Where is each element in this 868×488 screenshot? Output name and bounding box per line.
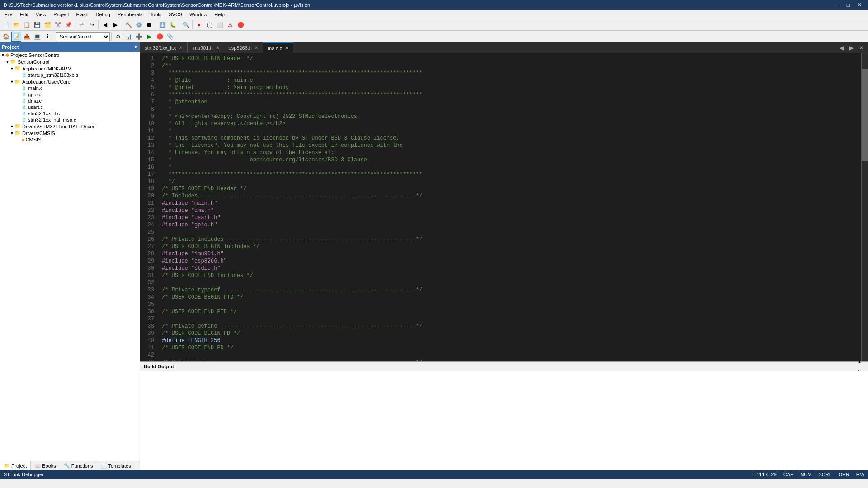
toolbar-separator-4 xyxy=(156,20,156,29)
new-file-button[interactable]: 📄 xyxy=(1,20,11,30)
menu-tools[interactable]: Tools xyxy=(146,11,165,18)
project-icon: ◆ xyxy=(5,52,9,58)
tab-scroll-left[interactable]: ◀ xyxy=(836,43,846,53)
start-debug-button[interactable]: 🐛 xyxy=(168,20,178,30)
tree-item-mdk-arm[interactable]: ▼ 📁 Application/MDK-ARM xyxy=(0,65,140,72)
folder-icon: 📁 xyxy=(14,79,21,84)
tab-scroll-right[interactable]: ▶ xyxy=(846,43,856,53)
run-button[interactable]: ● xyxy=(194,20,204,30)
tab-close-imu901[interactable]: ✕ xyxy=(216,45,219,50)
tree-item-gpio-c[interactable]: 🗎 gpio.c xyxy=(0,91,140,98)
menu-svcs[interactable]: SVCS xyxy=(165,11,186,18)
project-tree[interactable]: ▼ ◆ Project: SensorControl ▼ 📁 SensorCon… xyxy=(0,52,140,461)
editor-scrollbar[interactable] xyxy=(861,53,868,361)
tree-item-hal-driver[interactable]: ▼ 📁 Drivers/STM32F1xx_HAL_Driver xyxy=(0,123,140,130)
open-button[interactable]: 📂 xyxy=(11,20,21,30)
tree-item-stm32-msp[interactable]: 🗎 stm32f1xx_hal_msp.c xyxy=(0,117,140,123)
menu-flash[interactable]: Flash xyxy=(73,11,92,18)
add-button[interactable]: ➕ xyxy=(134,32,144,42)
tab-close-all[interactable]: ✕ xyxy=(856,43,866,53)
tab-stm32-it[interactable]: stm32f1xx_it.c ✕ xyxy=(140,42,188,53)
target-dropdown[interactable]: SensorControl xyxy=(56,32,110,41)
file-c-icon: 🗎 xyxy=(22,92,27,97)
close-button[interactable]: ✕ xyxy=(854,2,864,8)
save-all-button[interactable]: 🗂️ xyxy=(42,20,52,30)
tab-close-esp8266[interactable]: ✕ xyxy=(255,45,258,50)
undo-button[interactable]: ↩ xyxy=(76,20,86,30)
stop2-button[interactable]: 🔴 xyxy=(155,32,165,42)
code-content[interactable]: /* USER CODE BEGIN Header */ /** *******… xyxy=(158,53,861,361)
tree-label: stm32f1xx_hal_msp.c xyxy=(28,117,76,122)
download-button[interactable]: ⬇️ xyxy=(157,20,167,30)
output-button[interactable]: 📤 xyxy=(22,32,32,42)
tab-functions[interactable]: 🔧 Functions xyxy=(60,461,97,470)
reset-button[interactable]: ⚠ xyxy=(225,20,235,30)
tab-imu901[interactable]: imu901.h ✕ xyxy=(188,42,224,53)
line-numbers: 12345 678910 1112131415 1617181920 21222… xyxy=(140,53,158,361)
stop-button[interactable]: ⏹ xyxy=(144,20,154,30)
tree-item-sensorcontrol[interactable]: ▼ 📁 SensorControl xyxy=(0,58,140,65)
info-button[interactable]: ℹ xyxy=(42,32,52,42)
tree-item-main-c[interactable]: 🗎 main.c xyxy=(0,85,140,91)
project-panel-header: Project ✕ xyxy=(0,42,140,52)
project-win-button[interactable]: 🏠 xyxy=(1,32,11,42)
tab-close-stm32-it[interactable]: ✕ xyxy=(179,45,183,50)
file-c-icon: 🗎 xyxy=(22,85,27,91)
menu-view[interactable]: View xyxy=(32,11,50,18)
menu-bar: File Edit View Project Flash Debug Perip… xyxy=(0,10,868,19)
minimize-button[interactable]: – xyxy=(834,2,842,8)
pause-button[interactable]: ◯ xyxy=(204,20,214,30)
cut-button[interactable]: ✂️ xyxy=(53,20,63,30)
tab-project[interactable]: 📁 Project xyxy=(0,461,31,470)
menu-debug[interactable]: Debug xyxy=(92,11,114,18)
tree-item-user-core[interactable]: ▼ 📁 Application/User/Core xyxy=(0,78,140,85)
project-header-close[interactable]: ✕ xyxy=(134,44,138,50)
step-over-button[interactable]: ⬜ xyxy=(215,20,225,30)
functions-tab-label: Functions xyxy=(71,463,93,469)
tab-templates[interactable]: 📄 Templates xyxy=(97,461,135,470)
menu-help[interactable]: Help xyxy=(211,11,228,18)
main-area: Project ✕ ▼ ◆ Project: SensorControl ▼ 📁… xyxy=(0,42,868,470)
build-button[interactable]: 🔨 xyxy=(123,20,133,30)
menu-edit[interactable]: Edit xyxy=(16,11,32,18)
tree-item-cmsis[interactable]: ♦ CMSIS xyxy=(0,136,140,143)
tree-item-cmsis-folder[interactable]: ▼ 📁 Drivers/CMSIS xyxy=(0,130,140,136)
copy-button[interactable]: 📋 xyxy=(22,20,32,30)
scroll-thumb[interactable] xyxy=(862,69,868,161)
maximize-button[interactable]: □ xyxy=(844,2,853,8)
run2-button[interactable]: ▶ xyxy=(144,32,154,42)
file-icon: 🗎 xyxy=(22,72,27,78)
tab-books[interactable]: 📖 Books xyxy=(31,461,60,470)
find-button[interactable]: 🔍 xyxy=(181,20,191,30)
tree-item-project-root[interactable]: ▼ ◆ Project: SensorControl xyxy=(0,52,140,58)
options-button[interactable]: ⚙ xyxy=(113,32,123,42)
tab-close-main-c[interactable]: ✕ xyxy=(285,46,288,51)
menu-peripherals[interactable]: Peripherals xyxy=(114,11,146,18)
tree-item-dma-c[interactable]: 🗎 dma.c xyxy=(0,98,140,104)
tab-label: stm32f1xx_it.c xyxy=(145,45,176,51)
manage-button[interactable]: 📊 xyxy=(123,32,133,42)
toolbar-separator-5 xyxy=(179,20,179,29)
rebuild-button[interactable]: ⚙️ xyxy=(134,20,144,30)
tree-label: Drivers/STM32F1xx_HAL_Driver xyxy=(22,124,94,129)
tab-esp8266[interactable]: esp8266.h ✕ xyxy=(224,42,263,53)
debugger-label: ST-Link Debugger xyxy=(4,472,44,477)
tree-item-startup[interactable]: 🗎 startup_stm32f103xb.s xyxy=(0,72,140,78)
misc-button[interactable]: 📎 xyxy=(165,32,175,42)
redo-button[interactable]: ↪ xyxy=(87,20,97,30)
tab-main-c[interactable]: main.c ✕ xyxy=(263,42,293,53)
tree-item-stm32-it[interactable]: 🗎 stm32f1xx_it.c xyxy=(0,110,140,117)
tree-item-usart-c[interactable]: 🗎 usart.c xyxy=(0,104,140,110)
nav-forward-button[interactable]: ▶ xyxy=(110,20,120,30)
nav-back-button[interactable]: ◀ xyxy=(100,20,110,30)
scroll-track[interactable] xyxy=(862,53,868,361)
menu-file[interactable]: File xyxy=(1,11,16,18)
menu-window[interactable]: Window xyxy=(186,11,211,18)
source-button[interactable]: 📝 xyxy=(11,32,21,42)
menu-project[interactable]: Project xyxy=(50,11,72,18)
save-button[interactable]: 💾 xyxy=(32,20,42,30)
cmd-button[interactable]: 💻 xyxy=(32,32,42,42)
breakpoint-button[interactable]: 🔴 xyxy=(236,20,245,30)
paste-button[interactable]: 📌 xyxy=(63,20,73,30)
code-editor[interactable]: 12345 678910 1112131415 1617181920 21222… xyxy=(140,53,868,361)
